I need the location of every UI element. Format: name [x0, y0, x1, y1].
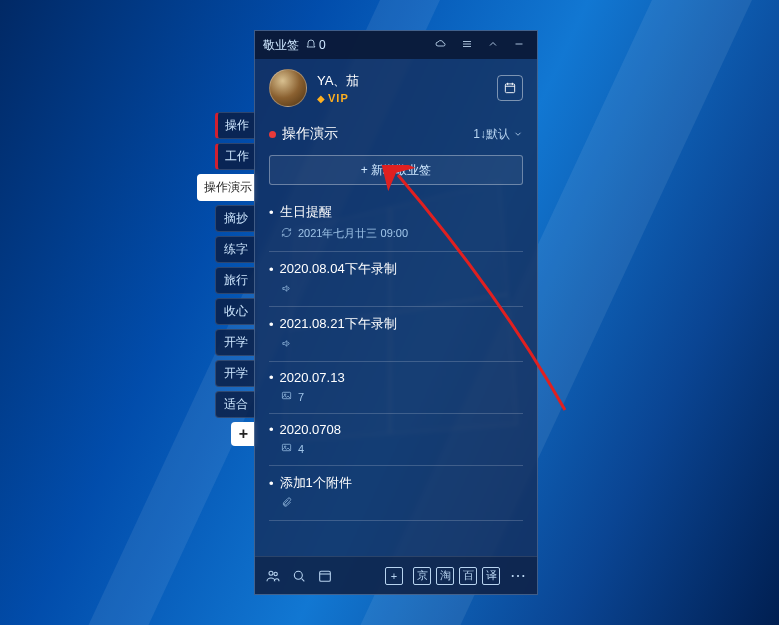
calendar-button[interactable]: [497, 75, 523, 101]
category-title: 操作演示: [282, 125, 467, 143]
note-title: 2020.08.04下午录制: [280, 260, 397, 278]
bell-icon: [305, 39, 317, 51]
avatar[interactable]: [269, 69, 307, 107]
titlebar: 敬业签 0: [255, 31, 537, 59]
image-icon: [281, 390, 292, 403]
app-name: 敬业签: [263, 37, 299, 54]
note-meta: 7: [269, 390, 523, 403]
app-window: 敬业签 0 YA、茄 ◆ VIP: [254, 30, 538, 595]
attachment-icon: [281, 497, 292, 510]
username: YA、茄: [317, 72, 359, 90]
note-item[interactable]: •2020.07084: [269, 414, 523, 466]
shortcut-button[interactable]: 京: [413, 567, 431, 585]
side-tab[interactable]: 练字: [215, 236, 255, 263]
notes-list[interactable]: •生日提醒2021年七月廿三 09:00•2020.08.04下午录制•2021…: [255, 195, 537, 556]
side-tab[interactable]: 摘抄: [215, 205, 255, 232]
note-meta: [269, 283, 523, 296]
note-meta: 2021年七月廿三 09:00: [269, 226, 523, 241]
vip-badge: ◆ VIP: [317, 92, 359, 104]
bullet-icon: •: [269, 206, 274, 219]
minimize-button[interactable]: [509, 36, 529, 55]
people-icon: [265, 568, 281, 584]
note-meta: [269, 497, 523, 510]
note-item[interactable]: •生日提醒2021年七月廿三 09:00: [269, 195, 523, 252]
note-title: 添加1个附件: [280, 474, 352, 492]
add-tab-button[interactable]: +: [231, 422, 255, 446]
search-button[interactable]: [291, 568, 307, 584]
cloud-icon: [435, 38, 447, 50]
chevron-down-icon: [513, 129, 523, 139]
audio-icon: [281, 283, 292, 296]
menu-button[interactable]: [457, 36, 477, 55]
notification-bell[interactable]: 0: [305, 38, 326, 52]
note-item[interactable]: •2021.08.21下午录制: [269, 307, 523, 362]
side-tabs-container: 操作工作操作演示摘抄练字旅行收心开学开学适合+: [215, 112, 255, 446]
bullet-icon: •: [269, 263, 274, 276]
side-tab[interactable]: 工作: [215, 143, 255, 170]
bullet-icon: •: [269, 371, 274, 384]
image-icon: [281, 442, 292, 455]
note-title: 2020.07.13: [280, 370, 345, 385]
side-tab[interactable]: 旅行: [215, 267, 255, 294]
side-tab[interactable]: 操作: [215, 112, 255, 139]
shortcut-button[interactable]: 淘: [436, 567, 454, 585]
menu-icon: [461, 38, 473, 50]
note-item[interactable]: •添加1个附件: [269, 466, 523, 521]
svg-point-7: [294, 571, 302, 579]
chevron-up-icon: [487, 38, 499, 50]
svg-rect-8: [320, 571, 331, 581]
side-tab[interactable]: 适合: [215, 391, 255, 418]
side-tab[interactable]: 开学: [215, 360, 255, 387]
sync-button[interactable]: [431, 36, 451, 55]
bullet-icon: •: [269, 477, 274, 490]
sort-dropdown[interactable]: 1↓默认: [473, 126, 523, 143]
minimize-icon: [513, 38, 525, 50]
audio-icon: [281, 338, 292, 351]
add-square-button[interactable]: +: [385, 567, 403, 585]
bullet-icon: •: [269, 423, 274, 436]
repeat-icon: [281, 227, 292, 240]
profile-section: YA、茄 ◆ VIP: [255, 59, 537, 117]
bullet-icon: •: [269, 318, 274, 331]
diamond-icon: ◆: [317, 93, 325, 104]
note-meta: [269, 338, 523, 351]
note-meta: 4: [269, 442, 523, 455]
more-button[interactable]: ⋯: [510, 566, 527, 585]
note-title: 2021.08.21下午录制: [280, 315, 397, 333]
shortcut-button[interactable]: 百: [459, 567, 477, 585]
add-note-button[interactable]: + 新增敬业签: [269, 155, 523, 185]
note-title: 2020.0708: [280, 422, 341, 437]
note-item[interactable]: •2020.07.137: [269, 362, 523, 414]
note-title: 生日提醒: [280, 203, 332, 221]
svg-point-5: [269, 571, 273, 575]
search-icon: [291, 568, 307, 584]
category-color-dot: [269, 131, 276, 138]
bottom-bar: + 京淘百译 ⋯: [255, 556, 537, 594]
category-header: 操作演示 1↓默认: [255, 117, 537, 151]
svg-point-6: [274, 572, 277, 575]
calendar-nav-button[interactable]: [317, 568, 333, 584]
note-item[interactable]: •2020.08.04下午录制: [269, 252, 523, 307]
svg-rect-0: [505, 84, 514, 93]
side-tab[interactable]: 收心: [215, 298, 255, 325]
calendar-small-icon: [317, 568, 333, 584]
calendar-icon: [503, 81, 517, 95]
side-tab[interactable]: 操作演示: [197, 174, 255, 201]
side-tab[interactable]: 开学: [215, 329, 255, 356]
team-button[interactable]: [265, 568, 281, 584]
collapse-button[interactable]: [483, 36, 503, 55]
shortcut-button[interactable]: 译: [482, 567, 500, 585]
